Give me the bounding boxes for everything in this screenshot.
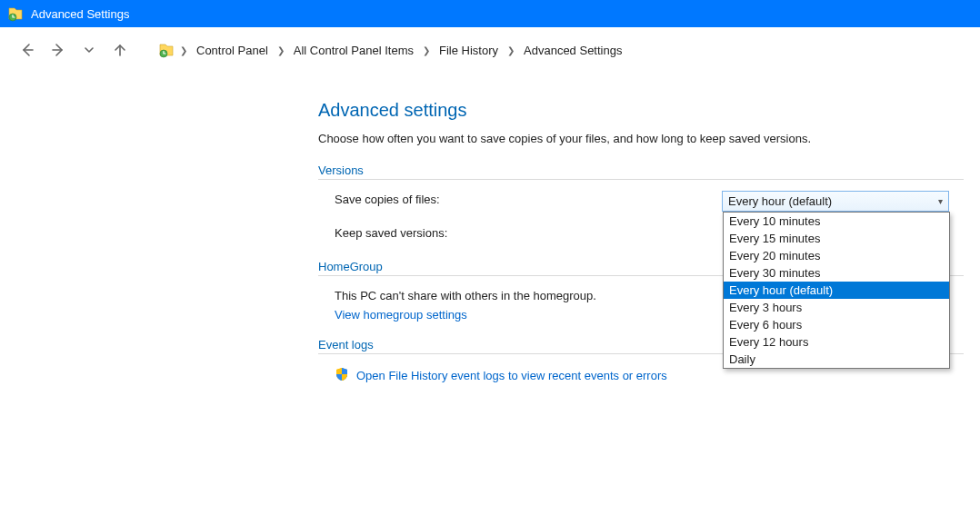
chevron-right-icon[interactable]: ❯ bbox=[423, 45, 430, 55]
save-copies-row: Save copies of files: Every hour (defaul… bbox=[318, 193, 964, 206]
recent-locations-button[interactable] bbox=[78, 39, 100, 61]
chevron-right-icon[interactable]: ❯ bbox=[277, 45, 285, 55]
window-title: Advanced Settings bbox=[31, 7, 129, 21]
breadcrumb-item[interactable]: Advanced Settings bbox=[520, 42, 625, 59]
dropdown-option[interactable]: Every 6 hours bbox=[724, 316, 949, 333]
dropdown-option[interactable]: Every 3 hours bbox=[724, 299, 949, 316]
dropdown-option[interactable]: Every 10 minutes bbox=[724, 213, 949, 230]
file-history-icon bbox=[7, 5, 24, 22]
breadcrumb: ❯ Control Panel ❯ All Control Panel Item… bbox=[158, 42, 625, 59]
content-pane: Advanced settings Choose how often you w… bbox=[0, 73, 964, 384]
keep-saved-versions-label: Keep saved versions: bbox=[335, 226, 447, 240]
event-logs-row: Open File History event logs to view rec… bbox=[318, 367, 964, 384]
dropdown-selected-value: Every hour (default) bbox=[728, 194, 938, 208]
dropdown-option[interactable]: Every hour (default) bbox=[724, 282, 949, 299]
breadcrumb-item[interactable]: File History bbox=[435, 42, 502, 59]
breadcrumb-file-history-icon bbox=[158, 42, 175, 58]
forward-button[interactable] bbox=[47, 39, 69, 61]
chevron-right-icon[interactable]: ❯ bbox=[180, 45, 187, 55]
dropdown-option[interactable]: Every 15 minutes bbox=[724, 230, 949, 247]
chevron-right-icon[interactable]: ❯ bbox=[507, 45, 515, 55]
dropdown-option[interactable]: Daily bbox=[724, 351, 949, 368]
window-titlebar: Advanced Settings bbox=[0, 0, 980, 27]
save-copies-label: Save copies of files: bbox=[335, 193, 440, 206]
chevron-down-icon: ▾ bbox=[938, 196, 943, 206]
back-button[interactable] bbox=[16, 39, 38, 61]
up-button[interactable] bbox=[109, 39, 131, 61]
breadcrumb-item[interactable]: All Control Panel Items bbox=[290, 42, 417, 59]
shield-icon bbox=[335, 367, 349, 384]
page-title: Advanced settings bbox=[318, 100, 964, 121]
save-copies-dropdown-menu[interactable]: Every 10 minutesEvery 15 minutesEvery 20… bbox=[723, 212, 950, 369]
open-event-logs-link[interactable]: Open File History event logs to view rec… bbox=[356, 369, 667, 382]
navbar: ❯ Control Panel ❯ All Control Panel Item… bbox=[0, 27, 980, 73]
dropdown-option[interactable]: Every 30 minutes bbox=[724, 264, 949, 282]
dropdown-option[interactable]: Every 12 hours bbox=[724, 333, 949, 351]
dropdown-option[interactable]: Every 20 minutes bbox=[724, 247, 949, 264]
page-description: Choose how often you want to save copies… bbox=[318, 132, 964, 145]
section-header-versions: Versions bbox=[318, 163, 964, 180]
save-copies-dropdown[interactable]: Every hour (default) ▾ Every 10 minutesE… bbox=[722, 191, 949, 212]
breadcrumb-item[interactable]: Control Panel bbox=[193, 42, 272, 59]
